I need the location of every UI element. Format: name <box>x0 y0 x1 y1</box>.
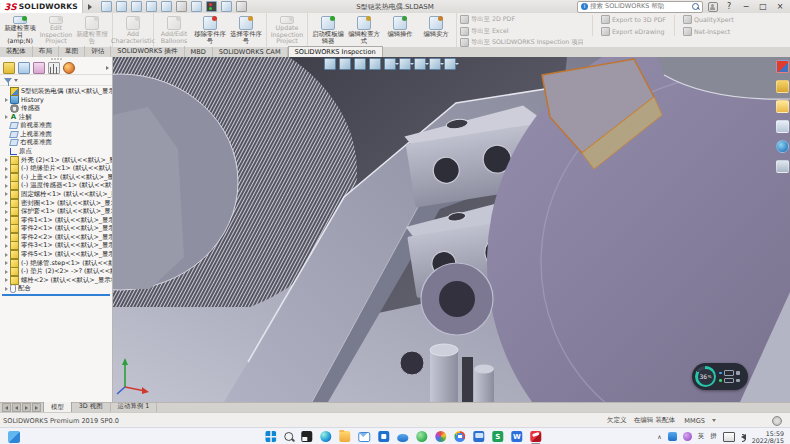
tree-expander[interactable] <box>3 98 9 102</box>
command-tab-7[interactable]: SOLIDWORKS CAM <box>213 47 288 57</box>
taskbar-app-explorer-icon[interactable] <box>339 431 350 442</box>
taskbar-app-chrome-icon[interactable] <box>454 431 465 442</box>
taskbar-app-start-icon[interactable] <box>265 431 276 442</box>
taskbar-app-w-blue-icon[interactable]: W <box>511 431 522 442</box>
tree-expander[interactable] <box>3 192 9 196</box>
tab-scroll-first-icon[interactable] <box>2 403 11 412</box>
zoom-area-icon[interactable] <box>339 58 351 70</box>
view-palette-icon[interactable] <box>776 120 789 133</box>
display-grid-icon[interactable] <box>221 1 232 12</box>
tree-expander[interactable] <box>3 278 9 282</box>
options-gear-icon[interactable] <box>236 1 247 12</box>
tray-language-text[interactable]: 英 <box>698 432 705 441</box>
design-library-icon[interactable] <box>776 80 789 93</box>
zoom-fit-icon[interactable] <box>324 58 336 70</box>
tree-rollback-bar[interactable] <box>2 294 110 296</box>
displaymanager-tab-icon[interactable] <box>63 62 75 74</box>
tree-item[interactable]: 传感器 <box>0 104 112 113</box>
edit-appearance-icon[interactable] <box>429 58 441 70</box>
expand-arrow-icon[interactable] <box>5 227 8 231</box>
tree-expander[interactable] <box>3 218 9 222</box>
tree-expander[interactable] <box>3 270 9 274</box>
tree-item[interactable]: S型铠装热电偶 (默认<默认_显示状态-1 <box>0 87 112 96</box>
taskbar-app-mail-icon[interactable] <box>358 432 370 442</box>
tab-scroll-prev-icon[interactable] <box>12 403 21 412</box>
tab-scroll-next-icon[interactable] <box>22 403 31 412</box>
expand-arrow-icon[interactable] <box>5 98 8 102</box>
expand-arrow-icon[interactable] <box>5 287 8 291</box>
tree-item[interactable]: A注解 <box>0 113 112 122</box>
expand-arrow-icon[interactable] <box>5 218 8 222</box>
status-gear-icon[interactable] <box>772 416 782 426</box>
view-settings-icon[interactable] <box>444 58 456 70</box>
taskbar-app-solidworks-icon[interactable] <box>530 431 541 442</box>
taskbar-app-search-icon[interactable] <box>284 432 293 441</box>
tree-item[interactable]: 零件3<1> (默认<<默认>_显示状 <box>0 242 112 251</box>
expand-arrow-icon[interactable] <box>5 201 8 205</box>
tree-item[interactable]: 外壳 (2)<1> (默认<<默认>_显示状 <box>0 156 112 165</box>
tree-item[interactable]: 保护套<1> (默认<<默认>_显示状 <box>0 207 112 216</box>
tray-speaker-icon[interactable] <box>741 434 746 440</box>
taskbar-app-monitor-blue-icon[interactable] <box>473 431 484 442</box>
units-selector[interactable]: MMGS <box>684 417 705 425</box>
expand-arrow-icon[interactable] <box>5 167 8 171</box>
taskbar-app-s-green-icon[interactable]: S <box>492 431 503 442</box>
search-icon[interactable] <box>692 3 699 10</box>
tree-item[interactable]: 零件2<1> (默认<<默认>_显示状 <box>0 225 112 234</box>
hide-show-items-icon[interactable] <box>414 58 426 70</box>
ribbon-button-new-inspection-project[interactable]: 新建检查项目 (amp;N) <box>2 14 38 46</box>
tree-expander[interactable] <box>3 235 9 239</box>
command-tab-6[interactable]: MBD <box>185 47 213 57</box>
search-box[interactable]: i 搜索 SOLIDWORKS 帮助 <box>577 1 703 13</box>
tree-item[interactable]: 前视基准面 <box>0 121 112 130</box>
previous-view-icon[interactable] <box>354 58 366 70</box>
tree-item[interactable]: 配合 <box>0 285 112 294</box>
tree-item[interactable]: (-) 温度传感器<1> (默认<<默认>_ <box>0 182 112 191</box>
tree-item[interactable]: (-) 绝缘垫片<1> (默认<<默认>_显 <box>0 164 112 173</box>
expand-arrow-icon[interactable] <box>5 270 8 274</box>
taskbar-app-pinwheel-icon[interactable] <box>435 431 446 442</box>
tray-purple-icon[interactable] <box>683 432 692 441</box>
tree-expander[interactable] <box>3 244 9 248</box>
tree-expander[interactable] <box>3 227 9 231</box>
expand-arrow-icon[interactable] <box>5 244 8 248</box>
expand-arrow-icon[interactable] <box>5 184 8 188</box>
expand-arrow-icon[interactable] <box>5 158 8 162</box>
expand-arrow-icon[interactable] <box>5 192 8 196</box>
expand-arrow-icon[interactable] <box>5 210 8 214</box>
home-icon[interactable] <box>101 1 112 12</box>
file-explorer-icon[interactable] <box>776 100 789 113</box>
rebuild-traffic-light-icon[interactable] <box>206 1 217 12</box>
tree-expander[interactable] <box>3 261 9 265</box>
ribbon-button-template-editor[interactable]: 启动模板编辑器 <box>310 14 346 46</box>
tray-chevron-icon[interactable]: ∧ <box>657 433 661 440</box>
menu-flyout-arrow-icon[interactable] <box>88 4 92 10</box>
tray-shield-icon[interactable] <box>668 432 677 441</box>
manager-tabs-overflow-icon[interactable] <box>106 66 109 70</box>
tree-item[interactable]: 零件2<2> (默认<<默认>_显示状 <box>0 233 112 242</box>
expand-arrow-icon[interactable] <box>5 261 8 265</box>
taskbar-app-app-green-icon[interactable] <box>416 431 427 442</box>
command-tab-5[interactable]: SOLIDWORKS 插件 <box>111 46 184 57</box>
expand-arrow-icon[interactable] <box>5 278 8 282</box>
expand-arrow-icon[interactable] <box>5 175 8 179</box>
taskbar-app-onedrive-icon[interactable] <box>397 434 408 442</box>
ribbon-button-select-balloons[interactable]: 选择零件序号 <box>228 14 264 46</box>
minimize-button[interactable]: − <box>740 2 752 11</box>
tree-item[interactable]: 螺栓<2> (默认<<默认>_显示状态 <box>0 276 112 285</box>
command-tab-4[interactable]: 评估 <box>85 46 111 57</box>
tree-item[interactable]: (-) 绝缘管.step<1> (默认<<默认> <box>0 259 112 268</box>
ribbon-button-edit-operations[interactable]: 编辑操作 <box>382 14 418 46</box>
graphics-viewport[interactable]: 36% <box>112 57 790 402</box>
taskbar-app-edge-icon[interactable] <box>320 431 331 442</box>
tree-item[interactable]: (-) 垫片 (2)<2> ->? (默认<<默认> <box>0 267 112 276</box>
print-icon[interactable] <box>161 1 172 12</box>
ribbon-button-edit-methods[interactable]: 编辑检查方式 <box>346 14 382 46</box>
propertymanager-tab-icon[interactable] <box>18 62 30 74</box>
tree-item[interactable]: 零件5<1> (默认<<默认>_显示状 <box>0 250 112 259</box>
tree-filter-row[interactable] <box>0 75 112 86</box>
taskbar-app-taskview-dark-icon[interactable] <box>301 431 312 442</box>
tree-expander[interactable] <box>3 158 9 162</box>
save-icon[interactable] <box>146 1 157 12</box>
view-orientation-icon[interactable] <box>384 58 396 70</box>
